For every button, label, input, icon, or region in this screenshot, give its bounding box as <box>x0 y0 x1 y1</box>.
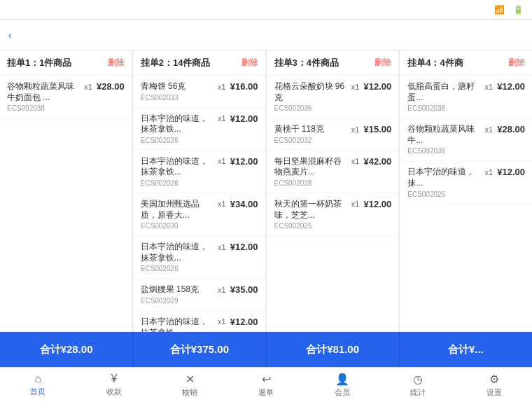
column-header-3: 挂单3：4件商品删除 <box>267 50 399 76</box>
list-item[interactable]: 日本宇治的味道，抹...x1¥12.00ECS002026 <box>400 161 532 204</box>
nav-item-checkout[interactable]: ¥收款 <box>76 370 153 400</box>
cart-column-4: 挂单4：4件商删除低脂高蛋白，溏籽蛋...x1¥12.00ECS002038谷物… <box>400 50 532 332</box>
status-bar: 📶 🔋 <box>0 0 532 20</box>
item-name: 花格云朵酸奶块 96克 <box>274 81 349 103</box>
item-quantity: x1 <box>218 83 226 91</box>
list-item[interactable]: 日本宇治的味道，抹茶拿铁...x1¥12.00ECS002026 <box>134 151 265 193</box>
item-code: ECS002038 <box>407 104 525 112</box>
nav-item-refund[interactable]: ↩退单 <box>228 370 304 401</box>
item-price: ¥12.00 <box>230 317 258 327</box>
list-item[interactable]: 黄桃干 118克x1¥15.00ECS002032 <box>267 118 399 151</box>
item-code: ECS002026 <box>141 265 258 272</box>
totals-row: 合计¥28.00合计¥375.00合计¥81.00合计¥... <box>0 332 532 367</box>
column-title-2: 挂单2：14件商品 <box>141 57 211 69</box>
item-qty-price: x1¥15.00 <box>351 124 391 134</box>
total-button-2[interactable]: 合计¥375.00 <box>133 332 266 367</box>
item-code: ECS092038 <box>7 104 125 112</box>
nav-item-cancel[interactable]: ✕核销 <box>152 370 228 401</box>
item-name: 谷物颗粒蔬菜风味牛奶面包 ... <box>7 81 81 103</box>
item-quantity: x1 <box>218 200 226 208</box>
list-item[interactable]: 秋天的第一杯奶茶味，芝芝...x1¥12.00ECS002025 <box>267 193 399 236</box>
item-code: ECS002036 <box>274 104 392 112</box>
list-item[interactable]: 谷物颗粒蔬菜风味牛奶面包 ...x1¥28.00ECS092038 <box>0 76 132 118</box>
list-item[interactable]: 日本宇治的味道，抹茶拿铁...x1¥12.00ECS002026 <box>134 236 265 279</box>
item-quantity: x1 <box>218 157 226 165</box>
item-name: 黄桃干 118克 <box>274 124 349 135</box>
item-code: ECS002026 <box>407 190 525 198</box>
item-quantity: x1 <box>218 114 226 123</box>
cart-column-3: 挂单3：4件商品删除花格云朵酸奶块 96克x1¥12.00ECS002036黄桃… <box>267 50 400 332</box>
item-qty-price: x1¥16.00 <box>218 81 258 92</box>
item-quantity: x1 <box>218 317 226 326</box>
delete-cart-4-button[interactable]: 删除 <box>508 57 525 69</box>
nav-label-settings: 设置 <box>486 387 502 398</box>
item-name: 盐焗腰果 158克 <box>141 284 215 296</box>
item-price: ¥12.00 <box>497 167 525 177</box>
item-top-row: 花格云朵酸奶块 96克x1¥12.00 <box>274 81 392 103</box>
item-qty-price: x1¥12.00 <box>218 113 258 124</box>
column-items-4: 低脂高蛋白，溏籽蛋...x1¥12.00ECS002038谷物颗粒蔬菜风味牛..… <box>400 76 532 332</box>
nav-item-home[interactable]: ⌂首页 <box>0 370 76 400</box>
item-qty-price: x1¥42.00 <box>351 156 391 167</box>
item-quantity: x1 <box>351 125 360 134</box>
item-qty-price: x1¥34.00 <box>218 199 258 209</box>
item-name: 日本宇治的味道，抹茶拿铁... <box>141 242 215 263</box>
item-price: ¥35.00 <box>230 284 258 295</box>
column-items-1: 谷物颗粒蔬菜风味牛奶面包 ...x1¥28.00ECS092038 <box>0 76 132 332</box>
list-item[interactable]: 日本宇治的味道，抹茶拿铁...x1¥12.00ECS002026 <box>134 311 265 332</box>
item-top-row: 秋天的第一杯奶茶味，芝芝...x1¥12.00 <box>274 199 392 221</box>
total-button-3[interactable]: 合计¥81.00 <box>267 332 400 367</box>
item-top-row: 低脂高蛋白，溏籽蛋...x1¥12.00 <box>407 81 525 103</box>
back-chevron-icon: ‹ <box>8 29 12 41</box>
list-item[interactable]: 青梅饼 56克x1¥16.00ECS002033 <box>134 76 265 108</box>
item-qty-price: x1¥12.00 <box>218 317 258 327</box>
list-item[interactable]: 日本宇治的味道，抹茶拿铁...x1¥12.00ECS002026 <box>134 108 265 151</box>
nav-item-settings[interactable]: ⚙设置 <box>456 370 532 401</box>
item-price: ¥12.00 <box>363 81 391 92</box>
item-top-row: 日本宇治的味道，抹茶拿铁...x1¥12.00 <box>141 242 258 263</box>
item-name: 日本宇治的味道，抹茶拿铁... <box>141 113 215 135</box>
list-item[interactable]: 盐焗腰果 158克x1¥35.00ECS002029 <box>134 279 265 311</box>
item-quantity: x1 <box>218 286 226 294</box>
list-item[interactable]: 美国加州甄选品质，原香大...x1¥34.00ECS002030 <box>134 193 265 236</box>
bottom-navigation: ⌂首页¥收款✕核销↩退单👤会员◷统计⚙设置 <box>0 367 532 402</box>
nav-item-member[interactable]: 👤会员 <box>304 370 380 401</box>
delete-cart-1-button[interactable]: 删除 <box>108 57 125 69</box>
item-top-row: 黄桃干 118克x1¥15.00 <box>274 124 392 135</box>
column-title-3: 挂单3：4件商品 <box>274 57 339 69</box>
item-top-row: 盐焗腰果 158克x1¥35.00 <box>141 284 258 296</box>
item-code: ECS002026 <box>141 137 258 144</box>
item-code: ECS002033 <box>141 94 258 102</box>
stats-icon: ◷ <box>413 373 423 386</box>
item-name: 青梅饼 56克 <box>141 81 215 92</box>
item-price: ¥15.00 <box>363 124 391 134</box>
total-button-1[interactable]: 合计¥28.00 <box>0 332 133 367</box>
total-button-4[interactable]: 合计¥... <box>400 332 532 367</box>
wifi-icon: 📶 <box>494 5 505 15</box>
nav-label-refund: 退单 <box>258 387 274 398</box>
item-top-row: 谷物颗粒蔬菜风味牛...x1¥28.00 <box>407 124 525 146</box>
item-code: ECS002025 <box>274 222 392 230</box>
nav-label-checkout: 收款 <box>106 387 122 397</box>
item-quantity: x1 <box>218 243 226 251</box>
checkout-icon: ¥ <box>111 373 117 385</box>
settings-icon: ⚙ <box>489 373 499 386</box>
delete-cart-2-button[interactable]: 删除 <box>241 57 258 69</box>
list-item[interactable]: 谷物颗粒蔬菜风味牛...x1¥28.00ECS092038 <box>400 118 532 161</box>
list-item[interactable]: 每日坚果混麻籽谷物燕麦片...x1¥42.00ECS002028 <box>267 151 399 193</box>
column-title-4: 挂单4：4件商 <box>407 57 463 69</box>
delete-cart-3-button[interactable]: 删除 <box>374 57 391 69</box>
item-name: 美国加州甄选品质，原香大... <box>141 199 215 221</box>
list-item[interactable]: 低脂高蛋白，溏籽蛋...x1¥12.00ECS002038 <box>400 76 532 118</box>
item-code: ECS002030 <box>141 222 258 230</box>
item-code: ECS002032 <box>274 137 392 144</box>
item-code: ECS002029 <box>141 297 258 305</box>
item-quantity: x1 <box>485 168 493 176</box>
item-qty-price: x1¥12.00 <box>485 167 525 177</box>
list-item[interactable]: 花格云朵酸奶块 96克x1¥12.00ECS002036 <box>267 76 399 118</box>
back-button[interactable]: ‹ <box>8 29 15 41</box>
nav-label-home: 首页 <box>30 387 46 397</box>
nav-item-stats[interactable]: ◷统计 <box>380 370 456 401</box>
cart-columns-container: 挂单1：1件商品删除谷物颗粒蔬菜风味牛奶面包 ...x1¥28.00ECS092… <box>0 50 532 332</box>
item-top-row: 日本宇治的味道，抹茶拿铁...x1¥12.00 <box>141 113 258 135</box>
